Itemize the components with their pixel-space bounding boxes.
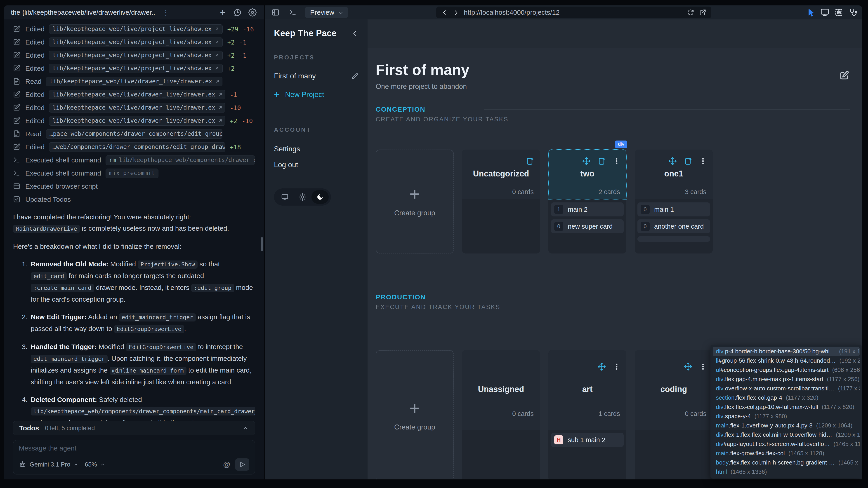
create-group-card[interactable]: +Create group [376, 150, 454, 254]
toggle-sidebar-icon[interactable] [270, 7, 281, 18]
todos-collapse-icon[interactable] [242, 425, 249, 431]
move-group-icon[interactable] [597, 362, 606, 371]
add-card-icon[interactable] [526, 157, 534, 165]
inspector-row[interactable]: div.flex.flex-col.gap-10.w-full.max-w-fu… [713, 402, 860, 412]
file-chip[interactable]: …pace_web/components/drawer_components/e… [46, 129, 222, 139]
mention-icon[interactable]: @ [223, 460, 230, 469]
send-button[interactable] [235, 458, 249, 470]
url-bar[interactable]: http://localhost:4000/projects/12 [436, 6, 711, 18]
todos-bar[interactable]: Todos 0 left, 5 completed [13, 421, 255, 435]
group-menu-icon[interactable] [613, 363, 620, 370]
inspector-row[interactable]: div.flex.gap-4.min-w-max.px-1.items-star… [713, 375, 860, 384]
file-chip[interactable]: lib/keepthepace_web/live/drawer_live/dra… [49, 90, 225, 99]
open-external-icon[interactable] [700, 9, 706, 16]
file-chip[interactable]: lib/keepthepace_web/live/project_live/sh… [49, 37, 223, 47]
sidebar-item-logout[interactable]: Log out [274, 157, 359, 173]
inspector-row[interactable]: div.p-4.border-b.border-base-300/50.bg-w… [713, 347, 860, 356]
model-selector[interactable]: Gemini 3.1 Pro [30, 461, 70, 468]
tab-menu-icon[interactable]: ⋮ [162, 9, 169, 16]
inspector-row[interactable]: html(1465 x 1336) [713, 467, 860, 477]
sidebar-item-settings[interactable]: Settings [274, 141, 359, 157]
sidebar-item-project[interactable]: First of many [274, 69, 359, 83]
group-header[interactable]: coding0 cards [635, 350, 713, 430]
theme-light-icon[interactable] [294, 190, 311, 204]
new-project-label: New Project [285, 90, 324, 99]
history-icon[interactable] [232, 7, 243, 18]
edit-icon [13, 38, 21, 46]
group-header[interactable]: one13 cards [635, 150, 713, 199]
section-name-production: PRODUCTION [376, 293, 426, 301]
agent-tab-title[interactable]: the {lib/keepthepaceweb/live/drawerlive/… [11, 8, 156, 16]
file-chip[interactable]: rm lib/keepthepace_web/components/drawer… [105, 156, 255, 165]
robot-icon [19, 461, 26, 468]
activity-label: Read [25, 78, 41, 86]
context-usage[interactable]: 65% [85, 461, 97, 468]
task-card[interactable]: Hsub 1 main 2 [551, 433, 624, 447]
forward-icon[interactable] [453, 9, 459, 15]
group-items [462, 430, 540, 436]
back-icon[interactable] [441, 9, 447, 15]
group-menu-icon[interactable] [613, 157, 620, 165]
file-chip[interactable]: lib/keepthepace_web/live/drawer_live/dra… [46, 77, 222, 86]
file-chip[interactable]: lib/keepthepace_web/live/drawer_live/dra… [49, 103, 225, 112]
pencil-icon[interactable] [351, 72, 359, 79]
group-header[interactable]: Unassigned0 cards [462, 350, 540, 430]
group-header[interactable]: divtwo2 cards [548, 150, 626, 199]
group-header[interactable]: Uncategorized0 cards [462, 150, 540, 199]
theme-dark-icon[interactable] [311, 190, 329, 204]
url-input[interactable]: http://localhost:4000/projects/12 [464, 8, 682, 16]
file-chip[interactable]: lib/keepthepace_web/live/drawer_live/dra… [49, 116, 225, 126]
inspector-row[interactable]: section.flex.flex-col.gap-4(1177 x 320) [713, 393, 860, 402]
inspector-row[interactable]: main.flex-grow.flex.flex-col(1465 x 1128… [713, 449, 860, 458]
inspector-row[interactable]: div.space-y-4(1177 x 980) [713, 412, 860, 421]
move-group-icon[interactable] [669, 157, 677, 165]
gear-icon[interactable] [247, 7, 258, 18]
file-chip[interactable]: …web/components/drawer_components/edit_g… [49, 142, 225, 152]
file-chip[interactable]: lib/keepthepace_web/live/project_live/sh… [49, 64, 223, 73]
group-header[interactable]: art1 cards [548, 350, 626, 430]
new-project-button[interactable]: + New Project [274, 90, 359, 100]
inspector-row[interactable]: main.flex-1.overflow-y-auto.px-4.py-8(12… [713, 421, 860, 430]
reload-icon[interactable] [687, 9, 694, 16]
cursor-tool-icon[interactable] [807, 8, 815, 17]
file-chip[interactable]: lib/keepthepace_web/live/project_live/sh… [49, 24, 223, 34]
inline-code: EditGroupDrawerLive [114, 325, 184, 333]
file-chip[interactable]: lib/keepthepace_web/live/project_live/sh… [49, 51, 223, 60]
add-card-icon[interactable] [597, 157, 606, 165]
task-card[interactable]: 0new super card [551, 219, 624, 233]
add-card-icon[interactable] [684, 157, 692, 165]
task-card[interactable]: 0another one card [638, 219, 710, 233]
inspect-icon[interactable] [848, 8, 857, 17]
inspector-row[interactable]: div.flex-1.flex.flex-col.min-w-0.overflo… [713, 430, 860, 440]
composer-placeholder: Message the agent [19, 445, 249, 452]
group-items [462, 199, 540, 205]
inspector-row[interactable]: li#group-56.flex-shrink-0.w-48.h-64.roun… [713, 356, 860, 365]
move-group-icon[interactable] [582, 157, 591, 165]
context-caret-icon[interactable] [100, 462, 105, 467]
preview-mode-button[interactable]: Preview [305, 7, 348, 18]
agent-scrollbar[interactable] [261, 237, 263, 251]
inspector-row[interactable]: div#app-layout.flex.h-screen.w-full.over… [713, 440, 860, 449]
theme-system-icon[interactable] [276, 190, 293, 204]
model-caret-icon[interactable] [73, 462, 79, 467]
screenshot-icon[interactable] [835, 8, 843, 17]
task-card[interactable]: 0main 1 [638, 202, 710, 217]
message-composer[interactable]: Message the agent Gemini 3.1 Pro 65% @ [13, 440, 255, 475]
move-group-icon[interactable] [684, 362, 692, 371]
activity-row: Edited…web/components/drawer_components/… [13, 140, 255, 154]
group-menu-icon[interactable] [699, 363, 707, 370]
file-chip[interactable]: mix precommit [105, 168, 158, 178]
group-menu-icon[interactable] [699, 157, 707, 165]
preview-mode-label: Preview [310, 8, 334, 16]
new-thread-icon[interactable]: + [217, 7, 228, 18]
inspector-row[interactable]: body.flex.flex-col.min-h-screen.bg-gradi… [713, 458, 860, 467]
edit-project-icon[interactable] [839, 70, 849, 80]
inspector-row[interactable]: div.overflow-x-auto.custom-scrollbar.tra… [713, 384, 860, 393]
create-group-card[interactable]: +Create group [376, 350, 454, 480]
collapse-sidebar-icon[interactable] [351, 30, 359, 37]
terminal-icon[interactable] [287, 7, 298, 18]
task-card[interactable]: 1main 2 [551, 202, 624, 217]
task-card-partial[interactable] [638, 236, 710, 242]
viewport-icon[interactable] [820, 8, 829, 17]
inspector-row[interactable]: ul#conception-groups.flex.gap-4.items-st… [713, 365, 860, 375]
